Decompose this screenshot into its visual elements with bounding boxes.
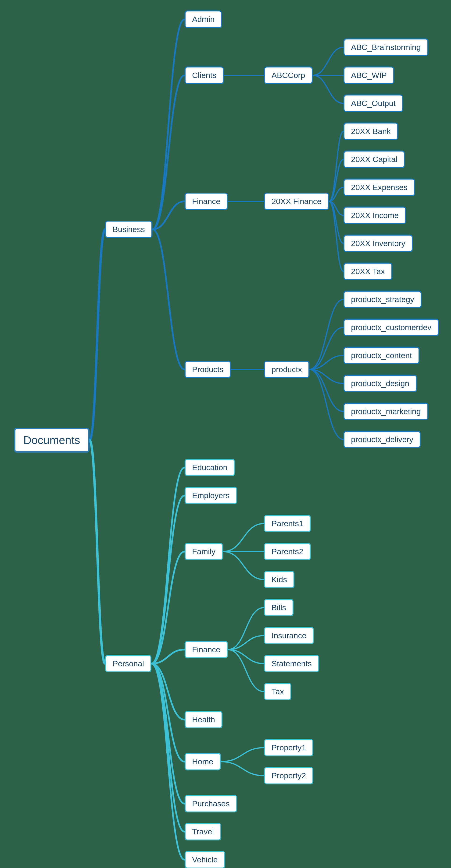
connector [309,355,343,370]
connector [313,48,343,75]
node-productx-customerdev: productx_customerdev [343,319,439,336]
node-productx-design: productx_design [343,375,417,392]
connector [228,650,264,664]
node-statements: Statements [264,655,319,672]
connector [223,552,264,580]
node-health: Health [185,711,222,728]
node-property1: Property1 [264,739,313,756]
connector [152,75,185,229]
node-kids: Kids [264,571,294,588]
node-property2: Property2 [264,767,313,784]
node-productx-marketing: productx_marketing [343,403,428,420]
node-abc-wip: ABC_WIP [343,66,394,84]
node-tax: Tax [264,683,291,701]
node-productx-content: productx_content [343,347,419,364]
connector [309,370,343,411]
connector [89,440,105,664]
node-20xx-finance: 20XX Finance [264,193,329,210]
node-clients: Clients [185,66,224,84]
node-insurance: Insurance [264,627,314,644]
connector [151,468,185,664]
node-finance: Finance [185,641,228,658]
node-parents1: Parents1 [264,515,311,532]
node-finance: Finance [185,193,228,210]
node-personal: Personal [105,655,151,672]
connector [329,187,343,202]
connector [151,664,185,804]
node-education: Education [185,459,235,476]
connector [329,202,343,215]
connector [221,748,264,762]
node-bills: Bills [264,599,293,616]
mindmap-diagram: DocumentsBusinessAdminClientsABCCorpABC_… [0,0,451,868]
node-documents: Documents [14,428,89,453]
connector [89,229,105,440]
connector [309,370,343,383]
connector [228,650,264,692]
node-productx: productx [264,361,309,378]
node-abc-output: ABC_Output [343,95,403,112]
connector [329,202,343,244]
connector [329,202,343,272]
connector [313,75,343,103]
connector [228,608,264,650]
connector [329,131,343,202]
node-20xx-income: 20XX Income [343,207,406,224]
node-20xx-tax: 20XX Tax [343,262,392,280]
connector [223,524,264,552]
node-travel: Travel [185,823,221,840]
connector [309,328,343,370]
connector [151,664,185,762]
node-admin: Admin [185,10,222,28]
connector [152,229,185,370]
node-20xx-bank: 20XX Bank [343,123,398,140]
node-products: Products [185,361,231,378]
connector [329,159,343,202]
node-family: Family [185,543,223,560]
connector [151,552,185,664]
node-abccorp: ABCCorp [264,66,313,84]
node-20xx-inventory: 20XX Inventory [343,235,413,252]
connector [221,762,264,776]
node-business: Business [105,221,152,238]
connector [151,496,185,664]
node-20xx-expenses: 20XX Expenses [343,179,415,196]
node-productx-delivery: productx_delivery [343,431,421,448]
connector [309,370,343,440]
connector [152,20,185,229]
connector [309,300,343,370]
node-home: Home [185,753,221,770]
node-20xx-capital: 20XX Capital [343,151,405,168]
connector [151,650,185,664]
connector [151,664,185,860]
node-vehicle: Vehicle [185,851,225,868]
node-abc-brainstorming: ABC_Brainstorming [343,38,428,56]
connector [152,202,185,229]
connector [228,636,264,650]
node-parents2: Parents2 [264,543,311,560]
node-productx-strategy: productx_strategy [343,291,422,308]
node-employers: Employers [185,487,237,504]
node-purchases: Purchases [185,795,237,812]
connector [151,664,185,832]
connector [151,664,185,720]
